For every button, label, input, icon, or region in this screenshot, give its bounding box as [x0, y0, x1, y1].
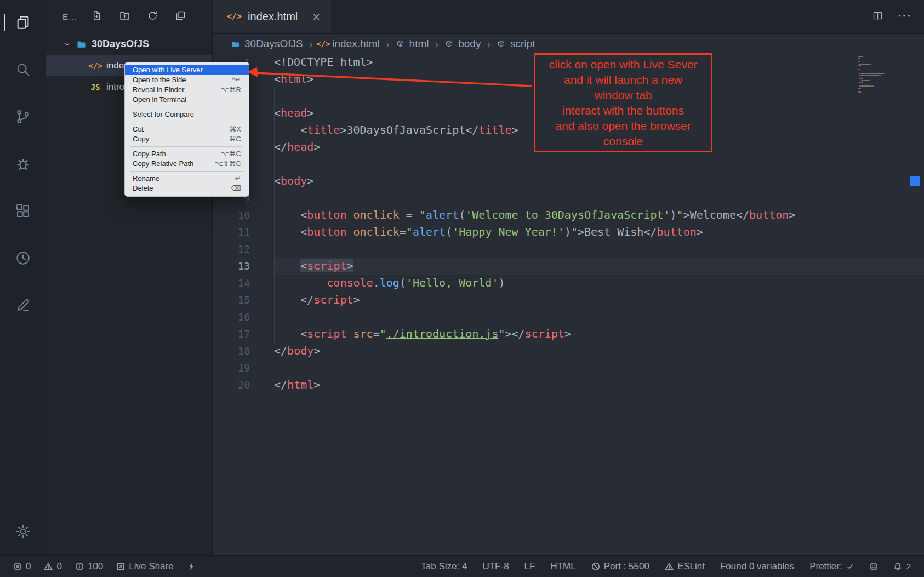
breadcrumb-label: index.html [332, 38, 380, 50]
notifications-status[interactable]: 2 [893, 562, 911, 571]
quick-action-status[interactable] [187, 562, 196, 571]
breadcrumb-separator-icon: › [487, 38, 490, 50]
context-menu-item-delete[interactable]: Delete⌫ [125, 184, 249, 193]
eol-status[interactable]: LF [524, 561, 535, 572]
eslint-status[interactable]: ESLint [665, 561, 705, 572]
breadcrumb-item-body[interactable]: body [444, 38, 481, 50]
live-server-port-status[interactable]: Port : 5500 [591, 561, 649, 572]
new-folder-button[interactable] [119, 10, 130, 24]
more-actions-button[interactable]: ⋯ [900, 11, 909, 22]
code-line-20: 20</html> [213, 376, 924, 393]
breadcrumb-separator-icon: › [309, 38, 313, 50]
status-label: Live Share [129, 561, 173, 572]
menu-separator [130, 107, 243, 107]
errors-count-status[interactable]: 0 [13, 561, 31, 572]
breadcrumb-item-html[interactable]: html [396, 38, 429, 50]
line-number: 12 [213, 241, 250, 258]
code-line-text[interactable] [274, 309, 924, 325]
breadcrumb-label: script [510, 38, 535, 50]
annotation-text-line: interact with the buttons [535, 103, 711, 118]
code-line-text[interactable] [274, 190, 924, 207]
context-menu-item-select-for-compare[interactable]: Select for Compare [125, 110, 249, 119]
code-line-17: 17 <script src="./introduction.js"></scr… [213, 325, 924, 342]
tree-root-folder[interactable]: 30DaysOfJS [46, 33, 212, 55]
tab-index-html[interactable]: </> index.html × [213, 0, 331, 33]
annotation-text-line: and also open the browser [535, 118, 711, 134]
code-line-text[interactable]: <body> [274, 173, 924, 190]
breadcrumb-item-index-html[interactable]: </>index.html [318, 38, 380, 50]
collapse-folders-button[interactable] [175, 10, 186, 24]
status-label: 0 [26, 561, 31, 572]
code-line-text[interactable]: <script> [274, 258, 924, 275]
smiley-icon [869, 562, 878, 571]
language-mode-status[interactable]: HTML [550, 561, 575, 572]
status-label: Prettier: [809, 561, 842, 572]
line-number: 14 [213, 275, 250, 292]
activity-search[interactable] [13, 59, 33, 80]
annotation-text-line: and it will launch a new [535, 72, 711, 88]
code-line-text[interactable] [274, 156, 924, 173]
chevron-down-icon [62, 39, 72, 49]
code-line-text[interactable]: </body> [274, 342, 924, 359]
activity-timeline[interactable] [13, 248, 33, 268]
code-line-text[interactable]: <script src="./introduction.js"></script… [274, 325, 924, 342]
live-share-status[interactable]: Live Share [116, 561, 173, 572]
feedback-smiley-status[interactable] [869, 562, 878, 571]
encoding-status[interactable]: UTF-8 [482, 561, 509, 572]
menu-item-shortcut: ⌘C [229, 134, 241, 144]
code-line-text[interactable]: </html> [274, 376, 924, 393]
activity-extensions[interactable] [13, 201, 33, 221]
minimap[interactable] [858, 56, 913, 93]
annotation-text-line: window tab [535, 88, 711, 103]
context-menu-item-open-to-the-side[interactable]: Open to the Side^↵ [125, 75, 249, 85]
activity-source-control[interactable] [13, 106, 33, 127]
code-line-text[interactable]: <button onclick="alert('Happy New Year!'… [274, 224, 924, 241]
context-menu-item-cut[interactable]: Cut⌘X [125, 124, 249, 134]
line-number: 13 [213, 258, 250, 275]
context-menu-item-open-in-terminal[interactable]: Open in Terminal [125, 95, 249, 105]
activity-feedback[interactable] [13, 295, 33, 316]
breadcrumb-item-script[interactable]: script [497, 38, 535, 50]
code-line-text[interactable]: </script> [274, 292, 924, 309]
menu-item-shortcut: ⌥⌘R [221, 85, 241, 95]
context-menu-item-copy-relative-path[interactable]: Copy Relative Path⌥⇧⌘C [125, 159, 249, 169]
menu-item-label: Cut [133, 124, 144, 134]
context-menu-item-open-with-live-server[interactable]: Open with Live Server [125, 65, 249, 75]
context-menu-item-reveal-in-finder[interactable]: Reveal in Finder⌥⌘R [125, 85, 249, 95]
menu-separator [130, 122, 243, 122]
code-line-text[interactable]: console.log('Hello, World') [274, 275, 924, 292]
code-line-text[interactable]: <button onclick = "alert('Welcome to 30D… [274, 207, 924, 224]
edit-pen-icon [15, 297, 31, 313]
menu-item-label: Delete [133, 184, 153, 193]
activity-settings[interactable] [13, 521, 33, 542]
context-menu-item-copy-path[interactable]: Copy Path⌥⌘C [125, 149, 249, 159]
ellipsis-icon: ⋯ [900, 11, 909, 20]
status-label: 100 [88, 561, 103, 572]
warnings-count-status[interactable]: 0 [44, 561, 61, 572]
code-line-9: 9 [213, 190, 924, 207]
prettier-status[interactable]: Prettier: [809, 561, 854, 572]
activity-explorer[interactable] [13, 12, 33, 33]
menu-item-shortcut: ↵ [235, 174, 241, 184]
gear-icon [15, 523, 31, 540]
bolt-icon [187, 562, 196, 571]
info-count-status[interactable]: 100 [75, 561, 103, 572]
folder-icon [231, 39, 240, 49]
context-menu-item-copy[interactable]: Copy⌘C [125, 134, 249, 144]
context-menu-item-rename[interactable]: Rename↵ [125, 174, 249, 184]
new-file-button[interactable] [91, 10, 102, 24]
breadcrumb-item-30daysofjs[interactable]: 30DaysOfJS [231, 38, 303, 50]
code-line-text[interactable] [274, 359, 924, 376]
code-line-text[interactable] [274, 241, 924, 258]
refresh-explorer-button[interactable] [147, 10, 158, 24]
code-line-12: 12 [213, 241, 924, 258]
code-line-11: 11 <button onclick="alert('Happy New Yea… [213, 224, 924, 241]
activity-run-debug[interactable] [13, 153, 33, 174]
breadcrumb-separator-icon: › [435, 38, 439, 50]
annotation-note: click on open with Live Severand it will… [534, 53, 712, 152]
variables-found-status[interactable]: Found 0 variables [720, 561, 794, 572]
split-editor-button[interactable] [872, 10, 883, 24]
tab-size-status[interactable]: Tab Size: 4 [421, 561, 467, 572]
breadcrumb-label: html [409, 38, 429, 50]
close-tab-icon[interactable]: × [312, 10, 320, 24]
